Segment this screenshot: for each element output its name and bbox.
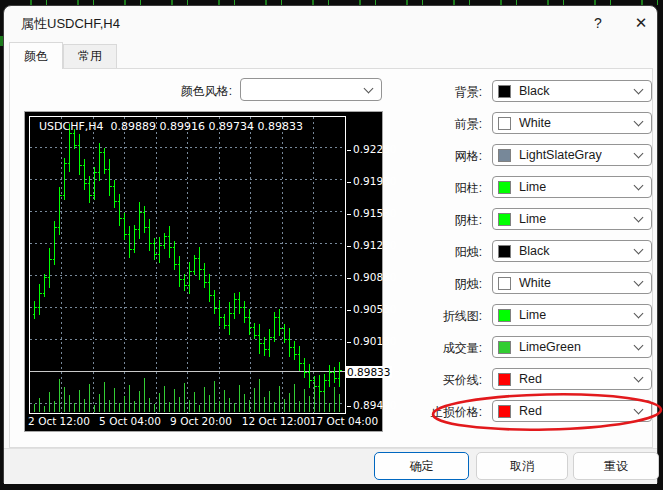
color-swatch xyxy=(498,149,511,162)
setting-label-bear-candle: 阴烛: xyxy=(290,276,482,293)
color-select-background[interactable]: Black xyxy=(492,80,652,102)
color-value: LimeGreen xyxy=(519,340,581,354)
setting-row-line-chart: 折线图:Lime xyxy=(10,304,652,328)
app-screen: 属性USDCHF,H4 ? ✕ 颜色常用 颜色风格: USDCHF,H4 0.8… xyxy=(0,0,663,490)
chevron-down-icon xyxy=(634,213,644,223)
setting-row-stop-levels: 止损价格:Red xyxy=(10,400,652,424)
color-select-stop-levels[interactable]: Red xyxy=(492,400,652,422)
setting-row-bull-candle: 阳烛:Black xyxy=(10,240,652,264)
chevron-down-icon xyxy=(634,309,644,319)
color-value: White xyxy=(519,116,551,130)
color-value: Black xyxy=(519,244,550,258)
setting-label-stop-levels: 止损价格: xyxy=(290,404,482,421)
cancel-button[interactable]: 取消 xyxy=(476,452,568,480)
tab-colors[interactable]: 颜色 xyxy=(9,42,63,69)
setting-label-volumes: 成交量: xyxy=(290,340,482,357)
window-title: 属性USDCHF,H4 xyxy=(21,15,120,33)
tab-common[interactable]: 常用 xyxy=(63,44,117,68)
color-select-bull-candle[interactable]: Black xyxy=(492,240,652,262)
color-value: Lime xyxy=(519,308,546,322)
dialog-titlebar: 属性USDCHF,H4 ? ✕ xyxy=(4,6,657,40)
setting-label-grid: 网格: xyxy=(290,148,482,165)
color-value: Red xyxy=(519,404,542,418)
chevron-down-icon xyxy=(634,149,644,159)
color-select-bar-up[interactable]: Lime xyxy=(492,176,652,198)
chevron-down-icon xyxy=(634,373,644,383)
setting-label-background: 背景: xyxy=(290,84,482,101)
ok-button[interactable]: 确定 xyxy=(374,452,469,480)
chevron-down-icon xyxy=(634,405,644,415)
color-select-volumes[interactable]: LimeGreen xyxy=(492,336,652,358)
chevron-down-icon xyxy=(634,85,644,95)
close-icon[interactable]: ✕ xyxy=(628,11,654,35)
color-swatch xyxy=(498,213,511,226)
setting-row-volumes: 成交量:LimeGreen xyxy=(10,336,652,360)
setting-row-bar-up: 阳柱:Lime xyxy=(10,176,652,200)
setting-label-bull-candle: 阳烛: xyxy=(290,244,482,261)
chevron-down-icon xyxy=(634,117,644,127)
color-select-foreground[interactable]: White xyxy=(492,112,652,134)
color-value: Lime xyxy=(519,212,546,226)
setting-row-bear-candle: 阴烛:White xyxy=(10,272,652,296)
color-value: Lime xyxy=(519,180,546,194)
color-select-grid[interactable]: LightSlateGray xyxy=(492,144,652,166)
setting-label-line-chart: 折线图: xyxy=(290,308,482,325)
chevron-down-icon xyxy=(634,181,644,191)
properties-dialog: 属性USDCHF,H4 ? ✕ 颜色常用 颜色风格: USDCHF,H4 0.8… xyxy=(3,5,658,483)
color-swatch xyxy=(498,117,511,130)
color-value: Black xyxy=(519,84,550,98)
color-swatch xyxy=(498,245,511,258)
color-select-bar-down[interactable]: Lime xyxy=(492,208,652,230)
setting-row-grid: 网格:LightSlateGray xyxy=(10,144,652,168)
color-swatch xyxy=(498,405,511,418)
color-swatch xyxy=(498,373,511,386)
color-value: White xyxy=(519,276,551,290)
dialog-footer: 确定取消重设 xyxy=(4,448,657,484)
color-select-bear-candle[interactable]: White xyxy=(492,272,652,294)
chevron-down-icon xyxy=(634,245,644,255)
setting-row-foreground: 前景:White xyxy=(10,112,652,136)
color-select-line-chart[interactable]: Lime xyxy=(492,304,652,326)
color-swatch xyxy=(498,85,511,98)
color-select-ask-line[interactable]: Red xyxy=(492,368,652,390)
setting-label-foreground: 前景: xyxy=(290,116,482,133)
chevron-down-icon xyxy=(634,341,644,351)
color-value: Red xyxy=(519,372,542,386)
setting-row-bar-down: 阴柱:Lime xyxy=(10,208,652,232)
setting-row-ask-line: 买价线:Red xyxy=(10,368,652,392)
help-button[interactable]: ? xyxy=(585,11,611,35)
chevron-down-icon xyxy=(634,277,644,287)
setting-row-background: 背景:Black xyxy=(10,80,652,104)
color-swatch xyxy=(498,341,511,354)
color-value: LightSlateGray xyxy=(519,148,602,162)
reset-button[interactable]: 重设 xyxy=(573,452,659,480)
color-settings-list: 背景:Black前景:White网格:LightSlateGray阳柱:Lime… xyxy=(10,69,652,447)
color-swatch xyxy=(498,277,511,290)
color-swatch xyxy=(498,309,511,322)
tab-bar: 颜色常用 xyxy=(9,42,117,68)
setting-label-ask-line: 买价线: xyxy=(290,372,482,389)
setting-label-bar-up: 阳柱: xyxy=(290,180,482,197)
color-swatch xyxy=(498,181,511,194)
tab-page-colors: 颜色风格: USDCHF,H4 0.89889 0.89916 0.89734 … xyxy=(9,68,653,448)
setting-label-bar-down: 阴柱: xyxy=(290,212,482,229)
